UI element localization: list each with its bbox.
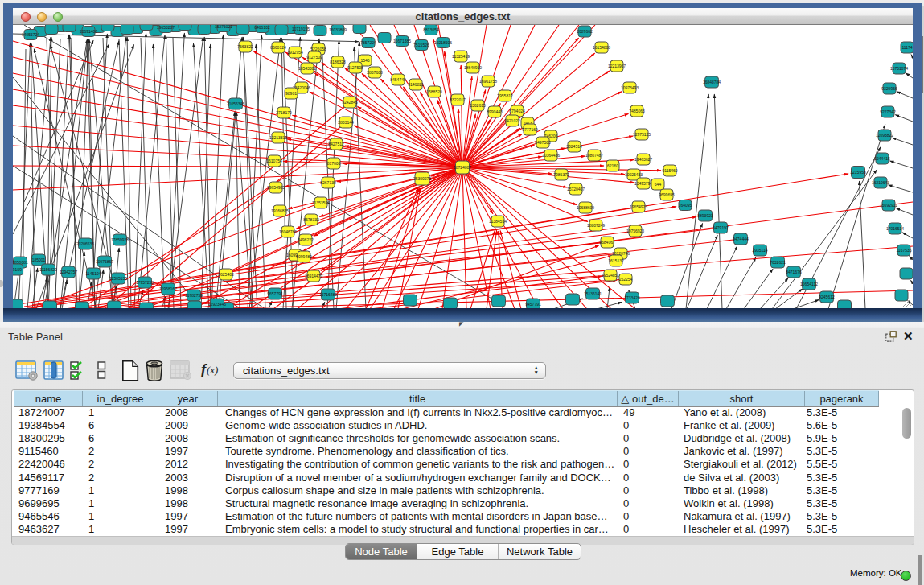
- svg-text:6479197: 6479197: [713, 225, 729, 230]
- svg-text:19654985: 19654985: [267, 185, 285, 190]
- svg-text:9777169: 9777169: [522, 127, 538, 132]
- svg-text:1244415: 1244415: [874, 156, 890, 161]
- svg-text:12505135: 12505135: [109, 276, 127, 281]
- svg-text:2687662: 2687662: [577, 29, 593, 34]
- svg-text:11174: 11174: [901, 45, 912, 50]
- svg-text:1145194: 1145194: [85, 271, 101, 276]
- svg-text:12942757: 12942757: [60, 270, 77, 274]
- svg-text:185001: 185001: [32, 257, 46, 262]
- svg-text:3024514: 3024514: [566, 144, 582, 149]
- svg-text:7625402: 7625402: [218, 272, 234, 277]
- svg-text:19654923: 19654923: [630, 204, 647, 209]
- svg-text:19218506: 19218506: [434, 40, 452, 45]
- svg-text:164095: 164095: [679, 203, 692, 208]
- svg-text:817006: 817006: [327, 161, 341, 166]
- svg-text:9146821: 9146821: [408, 82, 424, 87]
- svg-text:5498222: 5498222: [298, 237, 314, 242]
- svg-text:9227342: 9227342: [880, 109, 896, 114]
- svg-text:8471676: 8471676: [786, 270, 802, 274]
- svg-text:8454749: 8454749: [390, 77, 406, 82]
- svg-text:1610754: 1610754: [266, 159, 282, 163]
- svg-text:15692911: 15692911: [880, 203, 897, 208]
- svg-text:9684067: 9684067: [599, 240, 615, 245]
- svg-text:8990443: 8990443: [487, 109, 503, 114]
- svg-text:15720407: 15720407: [567, 187, 585, 192]
- svg-text:8322017: 8322017: [450, 97, 466, 102]
- svg-text:6794024: 6794024: [509, 109, 525, 113]
- svg-text:10543302: 10543302: [298, 66, 316, 71]
- svg-text:644: 644: [655, 182, 662, 187]
- svg-text:9329966: 9329966: [881, 86, 897, 91]
- svg-text:20691406: 20691406: [80, 29, 97, 34]
- svg-text:16961758: 16961758: [479, 79, 497, 84]
- svg-text:1615132: 1615132: [608, 258, 624, 263]
- svg-text:10958167: 10958167: [159, 286, 177, 291]
- svg-text:3215958: 3215958: [850, 170, 866, 175]
- svg-text:9127508: 9127508: [347, 65, 363, 70]
- svg-text:9657791: 9657791: [267, 291, 283, 296]
- svg-text:20364436: 20364436: [542, 153, 560, 158]
- svg-text:2718170: 2718170: [276, 110, 292, 115]
- svg-text:5226058: 5226058: [310, 47, 326, 51]
- svg-text:6497503: 6497503: [535, 140, 551, 145]
- svg-text:19524851: 19524851: [602, 273, 619, 278]
- svg-text:1733426: 1733426: [624, 295, 640, 300]
- svg-text:16033809: 16033809: [329, 27, 347, 32]
- svg-text:12213967: 12213967: [608, 64, 626, 68]
- svg-text:8267130: 8267130: [320, 180, 336, 185]
- svg-text:2803144: 2803144: [338, 120, 354, 125]
- svg-text:1362615: 1362615: [470, 103, 486, 108]
- svg-text:19463627: 19463627: [634, 157, 652, 162]
- svg-text:15716485: 15716485: [319, 292, 337, 297]
- svg-text:1421022: 1421022: [504, 118, 520, 123]
- svg-text:7955812: 7955812: [497, 93, 513, 98]
- svg-text:16848784: 16848784: [703, 80, 721, 84]
- svg-text:10975867: 10975867: [96, 259, 113, 264]
- svg-text:3912954: 3912954: [287, 50, 303, 55]
- svg-text:19756923: 19756923: [626, 229, 644, 233]
- svg-text:2935114: 2935114: [752, 248, 767, 253]
- svg-text:7515526: 7515526: [413, 43, 429, 47]
- svg-text:1588520: 1588520: [426, 89, 442, 94]
- svg-text:7632621: 7632621: [770, 260, 786, 265]
- svg-text:9245612: 9245612: [819, 295, 835, 299]
- svg-text:9474444: 9474444: [733, 237, 749, 241]
- svg-text:13495794: 13495794: [634, 181, 652, 186]
- svg-text:9127509: 9127509: [306, 55, 322, 60]
- svg-text:10973493: 10973493: [621, 85, 639, 90]
- svg-text:7357224: 7357224: [360, 40, 376, 45]
- svg-text:12093822: 12093822: [876, 133, 893, 138]
- svg-text:19653287: 19653287: [157, 25, 175, 30]
- svg-text:7663822: 7663822: [237, 44, 253, 49]
- svg-text:15276021: 15276021: [215, 25, 232, 29]
- svg-text:19166825: 19166825: [271, 208, 289, 213]
- svg-text:8813054: 8813054: [423, 27, 439, 32]
- svg-text:12923446: 12923446: [208, 302, 226, 307]
- svg-text:10688609: 10688609: [577, 205, 594, 210]
- svg-text:18640910: 18640910: [464, 65, 482, 70]
- svg-text:10654112: 10654112: [800, 282, 818, 286]
- svg-text:16782759: 16782759: [185, 293, 203, 298]
- svg-text:15751074: 15751074: [890, 66, 908, 71]
- svg-text:7485063: 7485063: [629, 109, 645, 113]
- svg-text:9699695: 9699695: [659, 192, 675, 197]
- svg-text:1546: 1546: [360, 58, 369, 63]
- svg-text:11353594: 11353594: [312, 200, 330, 205]
- svg-text:6099489: 6099489: [296, 254, 312, 259]
- svg-text:15136141: 15136141: [584, 291, 602, 296]
- svg-text:9115460: 9115460: [662, 168, 677, 173]
- svg-text:21055346: 21055346: [227, 101, 244, 106]
- svg-text:252254: 252254: [619, 277, 633, 282]
- svg-text:10025433: 10025433: [625, 172, 643, 177]
- svg-text:11156829: 11156829: [39, 267, 57, 272]
- svg-text:11384554: 11384554: [489, 219, 507, 224]
- svg-text:7986372: 7986372: [553, 172, 569, 177]
- svg-text:16210643: 16210643: [872, 180, 889, 185]
- svg-text:14055724: 14055724: [22, 32, 39, 37]
- svg-text:17957253: 17957253: [136, 280, 154, 285]
- svg-text:8186328: 8186328: [330, 60, 346, 64]
- svg-text:8427512: 8427512: [328, 142, 344, 146]
- svg-text:10807487: 10807487: [585, 153, 603, 158]
- svg-text:20206536: 20206536: [76, 241, 94, 246]
- svg-text:(x): (x): [207, 364, 218, 376]
